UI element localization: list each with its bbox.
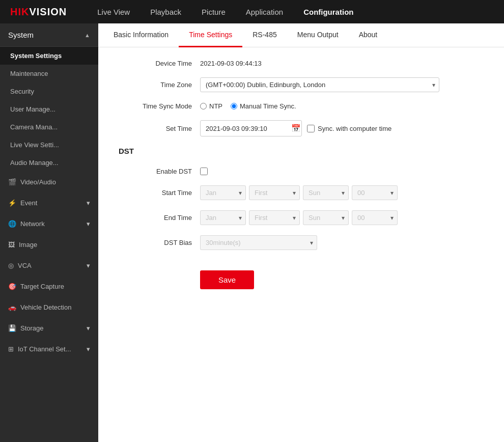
iot-icon — [8, 345, 14, 353]
datetime-input-box: 📅 — [200, 120, 302, 136]
dst-bias-wrapper: 30minute(s)60minute(s) — [200, 235, 317, 250]
event-icon — [8, 199, 16, 207]
vca-icon — [8, 262, 14, 269]
end-time-dropdowns: JanFebMarAprMayJunJulAugSepOctNovDec Fir… — [200, 210, 398, 225]
start-week-wrapper: FirstSecondThirdFourthLast — [249, 185, 300, 200]
chevron-down-icon-vca: ▾ — [87, 262, 90, 269]
enable-dst-row: Enable DST — [119, 168, 484, 175]
device-time-label: Device Time — [119, 60, 200, 67]
sidebar-section-target-capture-label: Target Capture — [20, 283, 64, 290]
end-hour-select[interactable]: 0001020304050607080910111213141516171819… — [352, 210, 398, 225]
ntp-label: NTP — [209, 102, 222, 110]
car-icon — [8, 303, 16, 311]
tab-about[interactable]: About — [349, 23, 388, 47]
set-time-row: Set Time 📅 Sync. with computer time — [119, 120, 484, 136]
start-day-wrapper: SunMonTueWedThuFriSat — [303, 185, 349, 200]
sync-computer-checkbox[interactable] — [307, 125, 315, 132]
video-icon — [8, 178, 16, 186]
chevron-down-icon-storage: ▾ — [87, 324, 90, 332]
sidebar-section-iot[interactable]: IoT Channel Set... ▾ — [0, 339, 98, 360]
enable-dst-checkbox-wrapper — [200, 168, 208, 175]
sidebar-item-security[interactable]: Security — [0, 82, 98, 100]
logo-hik: HIK — [10, 6, 29, 17]
end-hour-wrapper: 0001020304050607080910111213141516171819… — [352, 210, 398, 225]
start-hour-wrapper: 0001020304050607080910111213141516171819… — [352, 185, 398, 200]
start-day-select[interactable]: SunMonTueWedThuFriSat — [303, 185, 349, 200]
time-sync-mode-label: Time Sync Mode — [119, 102, 200, 110]
nav-configuration[interactable]: Configuration — [303, 8, 353, 16]
tab-menu-output[interactable]: Menu Output — [287, 23, 349, 47]
dst-bias-select[interactable]: 30minute(s)60minute(s) — [200, 235, 317, 250]
time-zone-row: Time Zone (GMT+00:00) Dublin, Edinburgh,… — [119, 77, 484, 92]
sync-computer-label: Sync. with computer time — [318, 125, 391, 132]
calendar-icon[interactable]: 📅 — [291, 124, 301, 133]
sidebar-item-maintenance[interactable]: Maintenance — [0, 65, 98, 82]
nav-live-view[interactable]: Live View — [97, 8, 130, 16]
sidebar-section-system[interactable]: System ▲ — [0, 23, 98, 47]
manual-sync-option[interactable]: Manual Time Sync. — [231, 102, 296, 110]
sidebar-section-vca[interactable]: VCA ▾ — [0, 255, 98, 276]
sidebar-section-storage[interactable]: Storage ▾ — [0, 318, 98, 339]
ntp-radio[interactable] — [200, 103, 207, 109]
sidebar-section-vehicle-detection-label: Vehicle Detection — [20, 303, 71, 311]
main-content: Basic Information Time Settings RS-485 M… — [98, 23, 504, 442]
nav-playback[interactable]: Playback — [150, 8, 181, 16]
network-icon — [8, 220, 16, 228]
ntp-option[interactable]: NTP — [200, 102, 222, 110]
top-navigation: HIKVISION Live View Playback Picture App… — [0, 0, 504, 23]
end-week-select[interactable]: FirstSecondThirdFourthLast — [249, 210, 300, 225]
start-time-dropdowns: JanFebMarAprMayJunJulAugSepOctNovDec Fir… — [200, 185, 398, 200]
chevron-up-icon: ▲ — [85, 32, 90, 38]
enable-dst-checkbox[interactable] — [200, 168, 208, 175]
nav-application[interactable]: Application — [246, 8, 283, 16]
sidebar-section-image[interactable]: Image — [0, 234, 98, 255]
set-time-input[interactable] — [206, 125, 287, 132]
start-month-select[interactable]: JanFebMarAprMayJunJulAugSepOctNovDec — [200, 185, 246, 200]
brand-logo: HIKVISION — [10, 6, 67, 18]
sidebar-item-audio-manage[interactable]: Audio Manage... — [0, 154, 98, 172]
target-icon — [8, 283, 16, 290]
start-hour-select[interactable]: 0001020304050607080910111213141516171819… — [352, 185, 398, 200]
sidebar-section-iot-label: IoT Channel Set... — [18, 345, 71, 353]
sidebar-section-video-audio[interactable]: Video/Audio — [0, 172, 98, 192]
manual-radio[interactable] — [231, 103, 237, 109]
sidebar-section-target-capture[interactable]: Target Capture — [0, 276, 98, 297]
set-time-label: Set Time — [119, 125, 200, 132]
tab-time-settings[interactable]: Time Settings — [179, 23, 242, 47]
dst-section-title: DST — [119, 147, 484, 155]
tab-rs485[interactable]: RS-485 — [242, 23, 287, 47]
end-month-select[interactable]: JanFebMarAprMayJunJulAugSepOctNovDec — [200, 210, 246, 225]
save-button[interactable]: Save — [200, 270, 254, 289]
sidebar-section-event[interactable]: Event ▾ — [0, 192, 98, 213]
sidebar: System ▲ System Settings Maintenance Sec… — [0, 23, 98, 442]
sidebar-section-storage-label: Storage — [20, 324, 44, 332]
sidebar-section-event-label: Event — [20, 199, 37, 207]
sidebar-section-network[interactable]: Network ▾ — [0, 213, 98, 234]
sidebar-item-system-settings[interactable]: System Settings — [0, 47, 98, 65]
nav-picture[interactable]: Picture — [202, 8, 226, 16]
sidebar-section-vca-label: VCA — [18, 262, 32, 269]
chevron-down-icon-network: ▾ — [87, 220, 90, 228]
sidebar-section-vehicle-detection[interactable]: Vehicle Detection — [0, 297, 98, 318]
enable-dst-label: Enable DST — [119, 168, 200, 175]
storage-icon — [8, 324, 16, 332]
logo-vision: VISION — [29, 6, 67, 17]
end-time-row: End Time JanFebMarAprMayJunJulAugSepOctN… — [119, 210, 484, 225]
start-time-label: Start Time — [119, 189, 200, 197]
sidebar-item-camera-manage[interactable]: Camera Mana... — [0, 118, 98, 136]
sidebar-section-video-audio-label: Video/Audio — [20, 178, 56, 186]
time-zone-select[interactable]: (GMT+00:00) Dublin, Edinburgh, London (G… — [200, 77, 439, 92]
start-week-select[interactable]: FirstSecondThirdFourthLast — [249, 185, 300, 200]
device-time-row: Device Time 2021-09-03 09:44:13 — [119, 60, 484, 67]
chevron-down-icon: ▾ — [87, 199, 90, 207]
sidebar-item-user-manage[interactable]: User Manage... — [0, 100, 98, 118]
time-zone-dropdown-wrapper: (GMT+00:00) Dublin, Edinburgh, London (G… — [200, 77, 439, 92]
time-sync-radio-group: NTP Manual Time Sync. — [200, 102, 296, 110]
end-day-select[interactable]: SunMonTueWedThuFriSat — [303, 210, 349, 225]
tab-basic-information[interactable]: Basic Information — [103, 23, 179, 47]
sync-computer-time-option[interactable]: Sync. with computer time — [307, 125, 391, 132]
start-time-row: Start Time JanFebMarAprMayJunJulAugSepOc… — [119, 185, 484, 200]
sidebar-section-image-label: Image — [19, 241, 37, 248]
sidebar-item-live-view-settings[interactable]: Live View Setti... — [0, 136, 98, 154]
sidebar-section-network-label: Network — [20, 220, 45, 228]
